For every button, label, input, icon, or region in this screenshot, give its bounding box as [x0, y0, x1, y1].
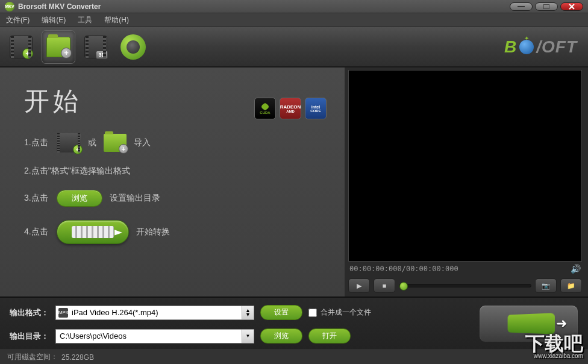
- folder-icon: +: [46, 37, 70, 57]
- output-path-input[interactable]: ▼: [55, 329, 254, 344]
- dropdown-arrow-icon[interactable]: ▼: [242, 330, 254, 343]
- menu-bar: 文件(F) 编辑(E) 工具 帮助(H): [0, 13, 588, 27]
- start-convert-button[interactable]: [57, 220, 129, 244]
- add-folder-icon-button[interactable]: +: [104, 134, 127, 152]
- seek-slider[interactable]: [399, 284, 531, 287]
- svg-rect-0: [518, 6, 525, 7]
- format-row: 输出格式： MP4 iPad Video H.264(*.mp4) ▲▼ 设置 …: [10, 305, 473, 320]
- minimize-button[interactable]: [510, 2, 533, 11]
- menu-file[interactable]: 文件(F): [6, 15, 30, 25]
- reel-icon: [507, 313, 554, 334]
- format-label: 输出格式：: [10, 307, 49, 318]
- settings-button[interactable]: [117, 31, 149, 63]
- mp4-icon: MP4: [58, 308, 68, 318]
- cuda-badge: CUDA: [254, 98, 276, 119]
- time-row: 00:00:00:000/00:00:00:000 🔊: [348, 262, 582, 276]
- play-button[interactable]: ▶: [348, 278, 370, 293]
- window-controls: [510, 2, 583, 11]
- open-folder-button[interactable]: 📁: [560, 278, 582, 293]
- brand-rest: /OFT: [536, 37, 577, 57]
- gear-icon: [120, 34, 146, 60]
- stop-button[interactable]: ■: [374, 278, 395, 293]
- step-2: 2.点击"格式"框选择输出格式: [24, 166, 321, 177]
- step-1-label: 1.点击: [24, 137, 49, 148]
- output-label: 输出目录：: [10, 331, 49, 342]
- merge-checkbox[interactable]: [308, 309, 317, 317]
- toolbar: + + 3D B /OFT: [0, 27, 588, 67]
- preview-screen: [348, 70, 582, 262]
- disk-value: 25.228GB: [61, 353, 94, 362]
- step-4-label: 4.点击: [24, 227, 49, 237]
- output-row: 输出目录： ▼ 浏览 打开: [10, 328, 473, 344]
- content-area: 开始 CUDA RADEONAMD intelCORE 1.点击 + 或 + 导…: [0, 67, 588, 297]
- status-bar: 可用磁盘空间： 25.228GB: [0, 350, 588, 364]
- format-dropdown[interactable]: MP4 iPad Video H.264(*.mp4) ▲▼: [55, 306, 254, 320]
- or-label: 或: [88, 137, 96, 148]
- step-1: 1.点击 + 或 + 导入: [24, 133, 321, 152]
- step-3-text: 设置输出目录: [110, 193, 160, 204]
- close-button[interactable]: [560, 2, 583, 11]
- plus-icon: +: [119, 144, 128, 154]
- convert-button[interactable]: ➜: [479, 305, 578, 342]
- output-form: 输出格式： MP4 iPad Video H.264(*.mp4) ▲▼ 设置 …: [10, 305, 473, 345]
- player-controls: ▶ ■ 📷 📁: [348, 276, 582, 294]
- add-folder-button[interactable]: +: [42, 31, 75, 63]
- svg-rect-1: [543, 4, 549, 9]
- add-file-icon-button[interactable]: +: [57, 133, 81, 152]
- film-icon: +: [10, 36, 33, 58]
- amd-badge: RADEONAMD: [280, 98, 301, 119]
- settings-button[interactable]: 设置: [260, 305, 302, 320]
- plus-icon: +: [61, 48, 72, 58]
- 3d-badge: 3D: [96, 51, 108, 59]
- import-label: 导入: [134, 137, 151, 148]
- dropdown-arrow-icon: ▲▼: [242, 306, 254, 319]
- menu-help[interactable]: 帮助(H): [104, 15, 129, 25]
- snapshot-button[interactable]: 📷: [535, 278, 557, 293]
- preview-panel: 00:00:00:000/00:00:00:000 🔊 ▶ ■ 📷 📁: [345, 67, 588, 297]
- merge-checkbox-wrap[interactable]: 合并成一个文件: [308, 307, 371, 318]
- app-icon: MKV: [5, 2, 14, 11]
- menu-tools[interactable]: 工具: [78, 15, 92, 25]
- browse-output-button[interactable]: 浏览: [260, 328, 302, 344]
- globe-icon: [519, 40, 534, 54]
- brand-logo: B /OFT: [504, 37, 583, 57]
- output-path-field[interactable]: [60, 330, 238, 343]
- plus-icon: +: [22, 48, 33, 59]
- browse-button[interactable]: 浏览: [57, 190, 102, 207]
- add-file-button[interactable]: +: [5, 31, 37, 63]
- film-icon: 3D: [84, 36, 107, 58]
- gpu-badges: CUDA RADEONAMD intelCORE: [254, 98, 327, 119]
- start-panel: 开始 CUDA RADEONAMD intelCORE 1.点击 + 或 + 导…: [0, 67, 345, 297]
- disk-label: 可用磁盘空间：: [7, 352, 58, 362]
- arrow-icon: ➜: [556, 316, 567, 331]
- brand-b: B: [504, 37, 517, 57]
- maximize-button[interactable]: [535, 2, 558, 11]
- step-3: 3.点击 浏览 设置输出目录: [24, 190, 321, 207]
- step-3-label: 3.点击: [24, 193, 49, 204]
- open-output-button[interactable]: 打开: [308, 328, 351, 344]
- volume-icon[interactable]: 🔊: [571, 264, 581, 274]
- slider-thumb[interactable]: [399, 282, 408, 290]
- time-display: 00:00:00:000/00:00:00:000: [349, 265, 458, 273]
- app-title: Brorsoft MKV Converter: [18, 2, 101, 11]
- format-value: iPad Video H.264(*.mp4): [72, 308, 158, 317]
- edit-3d-button[interactable]: 3D: [80, 31, 112, 63]
- bottom-panel: 输出格式： MP4 iPad Video H.264(*.mp4) ▲▼ 设置 …: [0, 297, 588, 350]
- title-bar: MKV Brorsoft MKV Converter: [0, 0, 588, 13]
- step-2-text: 2.点击"格式"框选择输出格式: [24, 166, 130, 177]
- step-4-text: 开始转换: [136, 227, 170, 237]
- merge-label: 合并成一个文件: [321, 307, 371, 318]
- menu-edit[interactable]: 编辑(E): [42, 15, 66, 25]
- intel-badge: intelCORE: [305, 98, 327, 119]
- step-4: 4.点击 开始转换: [24, 220, 321, 244]
- plus-icon: +: [73, 145, 83, 154]
